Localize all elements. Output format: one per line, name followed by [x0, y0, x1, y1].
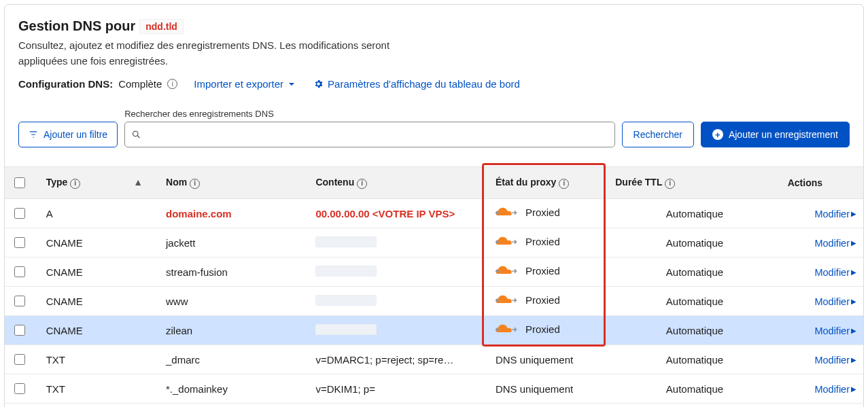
cell-proxy: Proxied — [489, 316, 608, 345]
chevron-right-icon: ▶ — [851, 239, 856, 247]
col-actions: Actions — [781, 167, 863, 199]
cell-proxy: Proxied — [489, 199, 608, 228]
config-label: Configuration DNS: — [18, 78, 113, 90]
search-icon — [131, 130, 141, 140]
modify-link[interactable]: Modifier ▶ — [814, 296, 856, 307]
cell-proxy: DNS uniquement — [489, 404, 608, 408]
info-icon[interactable]: i — [357, 179, 367, 189]
cell-content: 00.00.00.00 <VOTRE IP VPS> — [309, 199, 489, 228]
col-ttl[interactable]: Durée TTL i — [608, 167, 780, 199]
dns-records-table: Type i ▲ Nom i Contenu i État du proxy — [5, 166, 863, 407]
cell-proxy: DNS uniquement — [489, 374, 608, 404]
sort-asc-icon[interactable]: ▲ — [133, 177, 143, 188]
proxied-cloud-icon — [496, 265, 519, 277]
cell-ttl: Automatique — [608, 199, 780, 228]
cell-type: CNAME — [39, 287, 159, 316]
chevron-right-icon: ▶ — [851, 356, 856, 364]
row-checkbox[interactable] — [14, 383, 25, 394]
cell-ttl: Automatique — [608, 316, 780, 345]
cell-ttl: Automatique — [608, 258, 780, 287]
cell-type: CNAME — [39, 258, 159, 287]
row-checkbox[interactable] — [14, 237, 25, 248]
cell-name: domaine.com — [159, 199, 309, 228]
filter-icon — [29, 130, 38, 139]
cell-name: *._domainkey — [159, 374, 309, 404]
cell-proxy: DNS uniquement — [489, 345, 608, 374]
proxied-cloud-icon — [496, 236, 519, 248]
search-input[interactable] — [124, 122, 614, 147]
cell-name — [159, 404, 309, 408]
cell-content: v=DKIM1; p= — [309, 374, 489, 404]
proxied-cloud-icon — [496, 207, 519, 219]
cell-ttl: Automatique — [608, 404, 780, 408]
chevron-right-icon: ▶ — [851, 385, 856, 393]
row-checkbox[interactable] — [14, 266, 25, 277]
modify-link[interactable]: Modifier ▶ — [814, 209, 856, 219]
cell-type: A — [39, 199, 159, 228]
cell-type: TXT — [39, 404, 159, 408]
cell-type: TXT — [39, 374, 159, 404]
row-checkbox[interactable] — [14, 354, 25, 365]
modify-link[interactable]: Modifier ▶ — [814, 325, 856, 336]
config-value: Complète — [118, 78, 162, 90]
import-export-link[interactable]: Importer et exporter — [194, 78, 296, 90]
info-icon[interactable]: i — [70, 179, 80, 189]
cell-type: CNAME — [39, 228, 159, 258]
info-icon[interactable]: i — [559, 179, 569, 189]
cell-content — [309, 316, 489, 345]
modify-link[interactable]: Modifier ▶ — [814, 384, 856, 395]
row-checkbox[interactable] — [14, 325, 25, 336]
cell-content — [309, 258, 489, 287]
plus-icon: + — [712, 129, 723, 140]
svg-point-0 — [133, 131, 139, 137]
add-filter-button[interactable]: Ajouter un filtre — [18, 122, 118, 147]
col-name[interactable]: Nom i — [159, 167, 309, 199]
chevron-right-icon: ▶ — [851, 327, 856, 334]
modify-link[interactable]: Modifier ▶ — [814, 238, 856, 249]
cell-type: TXT — [39, 345, 159, 374]
row-checkbox[interactable] — [14, 296, 25, 306]
table-row: TXTv=spf1 -allDNS uniquementAutomatiqueM… — [5, 404, 863, 408]
cell-name: stream-fusion — [159, 258, 309, 287]
col-content[interactable]: Contenu i — [309, 167, 489, 199]
add-record-button[interactable]: + Ajouter un enregistrement — [701, 122, 850, 147]
col-proxy[interactable]: État du proxy i — [489, 167, 608, 199]
chevron-right-icon: ▶ — [851, 298, 856, 305]
cell-ttl: Automatique — [608, 374, 780, 404]
col-type[interactable]: Type i ▲ — [39, 167, 159, 199]
table-row: CNAMEzileanProxiedAutomatiqueModifier ▶ — [5, 316, 863, 345]
search-button[interactable]: Rechercher — [622, 122, 694, 147]
chevron-right-icon: ▶ — [851, 210, 856, 217]
table-row: CNAMEwwwProxiedAutomatiqueModifier ▶ — [5, 287, 863, 316]
cell-ttl: Automatique — [608, 228, 780, 258]
cell-content — [309, 287, 489, 316]
proxied-cloud-icon — [496, 323, 519, 336]
page-subtitle: Consultez, ajoutez et modifiez des enreg… — [18, 38, 399, 69]
table-row: CNAMEstream-fusionProxiedAutomatiqueModi… — [5, 258, 863, 287]
dashboard-settings-link[interactable]: Paramètres d'affichage du tableau de bor… — [313, 78, 520, 90]
gear-icon — [313, 79, 324, 89]
info-icon[interactable]: i — [190, 179, 200, 189]
cell-ttl: Automatique — [608, 287, 780, 316]
cell-name: zilean — [159, 316, 309, 345]
cell-proxy: Proxied — [489, 287, 608, 316]
cell-name: jackett — [159, 228, 309, 258]
cell-proxy: Proxied — [489, 258, 608, 287]
search-label: Rechercher des enregistrements DNS — [124, 109, 614, 119]
cell-name: www — [159, 287, 309, 316]
page-title: Gestion DNS pour — [18, 18, 135, 34]
select-all-checkbox[interactable] — [14, 177, 25, 188]
cell-type: CNAME — [39, 316, 159, 345]
row-checkbox[interactable] — [14, 208, 25, 219]
cell-name: _dmarc — [159, 345, 309, 374]
modify-link[interactable]: Modifier ▶ — [814, 355, 856, 366]
table-row: Adomaine.com00.00.00.00 <VOTRE IP VPS>Pr… — [5, 199, 863, 228]
info-icon[interactable]: i — [665, 179, 675, 189]
modify-link[interactable]: Modifier ▶ — [814, 267, 856, 278]
info-icon[interactable]: i — [167, 79, 177, 89]
chevron-down-icon — [288, 80, 296, 88]
table-row: TXT*._domainkeyv=DKIM1; p=DNS uniquement… — [5, 374, 863, 404]
cell-content: v=DMARC1; p=reject; sp=re… — [309, 345, 489, 374]
cell-content: v=spf1 -all — [309, 404, 489, 408]
cell-content — [309, 228, 489, 258]
